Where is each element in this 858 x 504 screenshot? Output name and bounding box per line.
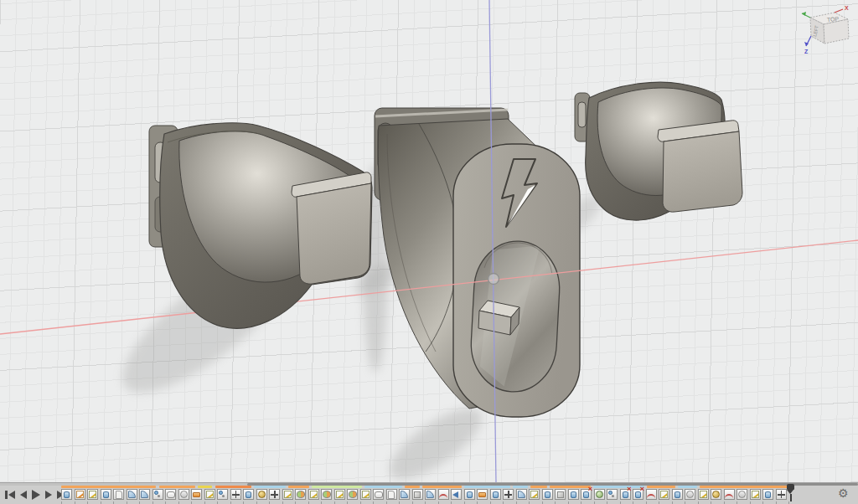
- timeline-feature-page[interactable]: [113, 489, 124, 500]
- pocket-block: [478, 301, 519, 335]
- timeline-feature-coin[interactable]: [711, 489, 721, 500]
- curve-icon: [647, 494, 655, 499]
- timeline-feature-sketch[interactable]: [308, 489, 319, 500]
- timeline-feature-extrude[interactable]: [490, 489, 501, 500]
- timeline-feature-fillet[interactable]: [139, 489, 150, 500]
- step-forward-button[interactable]: [45, 489, 52, 500]
- timeline-feature-mirror[interactable]: [347, 489, 358, 500]
- timeline-feature-pin[interactable]: [217, 489, 228, 500]
- disc-icon: [738, 491, 746, 498]
- pull-icon: [193, 492, 200, 497]
- timeline-feature-move[interactable]: [776, 489, 787, 500]
- viewcube[interactable]: TOP LEFT X Z: [796, 2, 855, 55]
- coin-icon: [258, 491, 266, 498]
- sphere-icon: [596, 491, 603, 498]
- sketch-icon: [660, 491, 668, 498]
- timeline-feature-extrude[interactable]: [762, 489, 773, 500]
- go-to-beginning-button[interactable]: [5, 489, 15, 500]
- mount-slot: [578, 102, 586, 127]
- timeline-feature-hole[interactable]: [620, 489, 631, 500]
- timeline-feature-arrow[interactable]: [451, 489, 462, 500]
- cube-icon: [557, 491, 564, 498]
- timeline-feature-extrude[interactable]: [101, 489, 111, 500]
- timeline-group-strip: [530, 486, 547, 488]
- timeline-feature-move[interactable]: [230, 489, 241, 500]
- extrude-icon: [765, 491, 771, 498]
- timeline-feature-move[interactable]: [269, 489, 280, 500]
- shell-icon: [375, 491, 383, 498]
- timeline-feature-sketch[interactable]: [204, 489, 215, 500]
- timeline-feature-move[interactable]: [503, 489, 514, 500]
- viewport-canvas[interactable]: TOP LEFT X Z: [0, 0, 858, 482]
- move-icon: [778, 491, 785, 498]
- extrude-icon: [467, 491, 473, 498]
- timeline-feature-sketch[interactable]: [659, 489, 669, 500]
- timeline-feature-fillet[interactable]: [399, 489, 410, 500]
- timeline-feature-curve[interactable]: [438, 489, 449, 500]
- timeline-feature-pull[interactable]: [477, 489, 488, 500]
- timeline-feature-extrude[interactable]: [243, 489, 254, 500]
- timeline-feature-page[interactable]: [386, 489, 397, 500]
- project-icon: [76, 491, 84, 498]
- timeline-feature-sketch[interactable]: [87, 489, 98, 500]
- timeline-feature-fillet[interactable]: [516, 489, 527, 500]
- timeline-feature-shell[interactable]: [165, 489, 176, 500]
- fillet-icon: [141, 491, 148, 498]
- timeline-feature-sketch[interactable]: [750, 489, 761, 500]
- timeline-feature-extrude[interactable]: [61, 489, 72, 500]
- timeline-feature-hole[interactable]: [581, 489, 592, 500]
- disc-icon: [686, 491, 694, 498]
- timeline-settings-gear-icon[interactable]: ⚙: [838, 486, 849, 500]
- timeline-feature-fillet[interactable]: [425, 489, 436, 500]
- timeline-feature-extrude[interactable]: [542, 489, 553, 500]
- timeline-feature-pin[interactable]: [152, 489, 163, 500]
- timeline-group-strip: [593, 486, 644, 488]
- step-back-button[interactable]: [20, 489, 27, 500]
- timeline-feature-project[interactable]: [75, 489, 85, 500]
- timeline-feature-hole[interactable]: [633, 489, 644, 500]
- timeline-feature-disc[interactable]: [737, 489, 747, 500]
- timeline-feature-pin[interactable]: [607, 489, 618, 500]
- timeline-feature-sphere[interactable]: [594, 489, 605, 500]
- timeline-feature-pull[interactable]: [191, 489, 202, 500]
- play-button[interactable]: [32, 489, 40, 500]
- timeline-feature-mirror[interactable]: [321, 489, 332, 500]
- timeline-feature-curve[interactable]: [724, 489, 735, 500]
- timeline-feature-extrude[interactable]: [568, 489, 579, 500]
- timeline-feature-extrude[interactable]: [672, 489, 683, 500]
- sketch-icon: [530, 491, 538, 498]
- pull-icon: [478, 492, 486, 497]
- timeline-feature-fillet[interactable]: [127, 489, 137, 500]
- timeline-feature-disc[interactable]: [685, 489, 695, 500]
- timeline-group-strip: [422, 486, 462, 488]
- model-left-hook[interactable]: [149, 123, 372, 329]
- z-axis-label: Z: [804, 49, 809, 54]
- extrude-icon: [246, 491, 251, 498]
- timeline-feature-disc[interactable]: [178, 489, 189, 500]
- timeline-feature-mirror[interactable]: [295, 489, 306, 500]
- timeline-feature-curve[interactable]: [646, 489, 657, 500]
- timeline-feature-sketch[interactable]: [698, 489, 709, 500]
- timeline-feature-sketch[interactable]: [360, 489, 371, 500]
- x-axis-arrow: [835, 9, 843, 13]
- model-center-hook[interactable]: [375, 108, 580, 417]
- sketch-icon: [336, 491, 344, 498]
- timeline-feature-extrude[interactable]: [464, 489, 475, 500]
- timeline-feature-coin[interactable]: [256, 489, 267, 500]
- timeline-feature-sketch[interactable]: [529, 489, 540, 500]
- timeline-feature-cube[interactable]: [412, 489, 423, 500]
- fillet-icon: [426, 491, 434, 498]
- hole-icon: [635, 491, 641, 498]
- extrude-icon: [103, 491, 109, 498]
- timeline-playhead[interactable]: [787, 484, 795, 501]
- model-right-hook[interactable]: [575, 82, 742, 220]
- timeline-group-strip: [312, 486, 362, 488]
- origin-point[interactable]: [488, 274, 499, 285]
- timeline-feature-cube[interactable]: [555, 489, 566, 500]
- timeline-feature-sketch[interactable]: [334, 489, 345, 500]
- timeline-group-strip: [700, 486, 789, 488]
- timeline-group-strips: [0, 486, 858, 488]
- timeline-feature-shell[interactable]: [373, 489, 384, 500]
- timeline-feature-sketch[interactable]: [282, 489, 293, 500]
- mirror-icon: [323, 491, 331, 498]
